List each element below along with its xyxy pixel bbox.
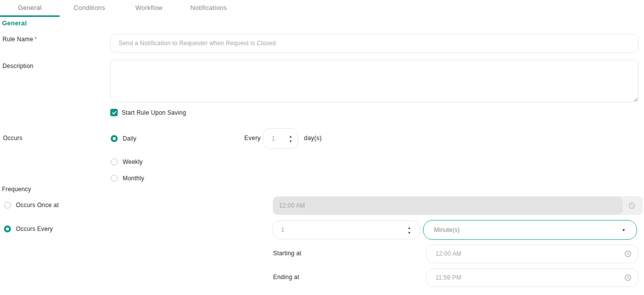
tab-notifications-label: Notifications xyxy=(190,4,226,11)
radio-daily-icon[interactable] xyxy=(111,135,118,142)
frequency-unit-value: Minute(s) xyxy=(434,226,460,233)
frequency-interval-arrows: ▲ ▼ xyxy=(408,221,411,239)
section-title: General xyxy=(2,19,27,27)
rule-name-input[interactable] xyxy=(110,34,639,53)
frequency-option-occurs-once[interactable]: Occurs Once at xyxy=(4,202,59,209)
chevron-down-icon: ▼ xyxy=(622,228,626,232)
frequency-option-occurs-every[interactable]: Occurs Every xyxy=(4,225,53,232)
day-interval-arrows: ▲ ▼ xyxy=(289,129,292,148)
ending-at-label: Ending at xyxy=(273,274,299,281)
start-rule-label: Start Rule Upon Saving xyxy=(122,109,186,116)
spinner-up-icon[interactable]: ▲ xyxy=(408,226,411,229)
monthly-label: Monthly xyxy=(123,175,144,182)
days-suffix-label: day(s) xyxy=(304,135,322,142)
starting-at-label: Starting at xyxy=(273,250,301,257)
start-rule-checkbox-row[interactable]: Start Rule Upon Saving xyxy=(110,109,186,116)
required-asterisk: * xyxy=(35,36,37,43)
check-icon xyxy=(112,110,117,115)
clock-icon[interactable] xyxy=(624,250,632,258)
tab-notifications[interactable]: Notifications xyxy=(179,0,238,17)
day-interval-spinner[interactable]: 1 ▲ ▼ xyxy=(263,128,298,149)
radio-weekly-icon[interactable] xyxy=(111,158,118,165)
description-label: Description xyxy=(2,63,33,70)
frequency-unit-select[interactable]: Minute(s) ▼ xyxy=(423,220,637,240)
starting-at-time-value: 12:00 AM xyxy=(435,250,461,257)
tab-conditions-label: Conditions xyxy=(73,4,105,11)
occurs-option-weekly[interactable]: Weekly xyxy=(111,158,143,165)
tab-workflow[interactable]: Workflow xyxy=(119,0,179,17)
tab-conditions[interactable]: Conditions xyxy=(60,0,119,17)
ending-at-time-field[interactable]: 11:59 PM xyxy=(426,268,639,287)
radio-occurs-once-icon[interactable] xyxy=(4,202,11,209)
tab-bar: General Conditions Workflow Notification… xyxy=(0,0,238,17)
spinner-down-icon[interactable]: ▼ xyxy=(289,140,292,143)
occurs-once-time-inner xyxy=(273,197,623,215)
day-interval-value: 1 xyxy=(272,135,275,142)
daily-label: Daily xyxy=(123,135,137,142)
every-prefix-label: Every xyxy=(244,135,261,142)
frequency-interval-value: 1 xyxy=(281,226,285,233)
radio-monthly-icon[interactable] xyxy=(111,175,118,182)
description-textarea[interactable] xyxy=(110,60,639,102)
rule-editor-form: General Conditions Workflow Notification… xyxy=(0,0,644,295)
starting-at-time-field[interactable]: 12:00 AM xyxy=(426,244,639,263)
occurs-once-time-value: 12:00 AM xyxy=(279,202,305,209)
tab-workflow-label: Workflow xyxy=(136,4,163,11)
checkbox-checked-icon[interactable] xyxy=(110,109,118,116)
frequency-label: Frequency xyxy=(2,186,31,193)
spinner-down-icon[interactable]: ▼ xyxy=(408,231,411,234)
weekly-label: Weekly xyxy=(123,158,143,165)
radio-occurs-every-icon[interactable] xyxy=(4,225,11,232)
tab-general[interactable]: General xyxy=(0,0,60,17)
occurs-once-label: Occurs Once at xyxy=(16,202,59,209)
occurs-every-label: Occurs Every xyxy=(16,225,53,232)
clock-icon[interactable] xyxy=(624,274,632,282)
frequency-interval-spinner[interactable]: 1 ▲ ▼ xyxy=(272,221,420,239)
occurs-label: Occurs xyxy=(3,135,22,142)
rule-name-label: Rule Name* xyxy=(2,36,37,43)
ending-at-time-value: 11:59 PM xyxy=(435,274,461,281)
occurs-option-daily[interactable]: Daily xyxy=(111,135,137,142)
tab-general-label: General xyxy=(18,4,42,11)
occurs-option-monthly[interactable]: Monthly xyxy=(111,175,144,182)
occurs-once-time-field: 12:00 AM xyxy=(273,196,643,215)
spinner-up-icon[interactable]: ▲ xyxy=(289,135,292,138)
clock-icon xyxy=(628,202,636,210)
